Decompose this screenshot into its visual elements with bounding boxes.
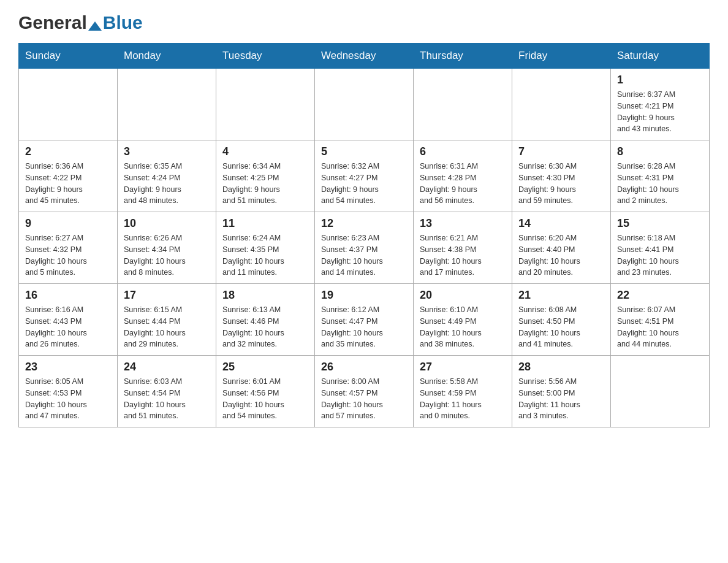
day-cell: 20Sunrise: 6:10 AM Sunset: 4:49 PM Dayli…	[414, 284, 512, 356]
week-row-4: 16Sunrise: 6:16 AM Sunset: 4:43 PM Dayli…	[19, 284, 710, 356]
day-cell: 26Sunrise: 6:00 AM Sunset: 4:57 PM Dayli…	[315, 356, 414, 427]
day-number: 4	[222, 145, 308, 158]
day-info: Sunrise: 6:13 AM Sunset: 4:46 PM Dayligh…	[222, 304, 308, 350]
weekday-header-tuesday: Tuesday	[216, 44, 315, 69]
weekday-header-sunday: Sunday	[19, 44, 118, 69]
day-number: 5	[321, 145, 407, 158]
day-info: Sunrise: 5:56 AM Sunset: 5:00 PM Dayligh…	[518, 376, 604, 422]
day-number: 20	[420, 289, 506, 302]
day-number: 23	[25, 361, 111, 373]
day-number: 7	[518, 145, 604, 158]
day-info: Sunrise: 6:36 AM Sunset: 4:22 PM Dayligh…	[25, 161, 111, 207]
day-cell: 23Sunrise: 6:05 AM Sunset: 4:53 PM Dayli…	[19, 356, 118, 427]
week-row-2: 2Sunrise: 6:36 AM Sunset: 4:22 PM Daylig…	[19, 140, 710, 212]
day-cell: 6Sunrise: 6:31 AM Sunset: 4:28 PM Daylig…	[414, 140, 512, 212]
day-cell: 9Sunrise: 6:27 AM Sunset: 4:32 PM Daylig…	[19, 212, 118, 284]
day-info: Sunrise: 6:08 AM Sunset: 4:50 PM Dayligh…	[518, 304, 604, 350]
day-cell: 24Sunrise: 6:03 AM Sunset: 4:54 PM Dayli…	[118, 356, 216, 427]
day-cell: 21Sunrise: 6:08 AM Sunset: 4:50 PM Dayli…	[512, 284, 611, 356]
day-cell: 15Sunrise: 6:18 AM Sunset: 4:41 PM Dayli…	[611, 212, 710, 284]
day-number: 21	[518, 289, 604, 302]
day-info: Sunrise: 6:26 AM Sunset: 4:34 PM Dayligh…	[124, 232, 210, 278]
day-info: Sunrise: 6:15 AM Sunset: 4:44 PM Dayligh…	[124, 304, 210, 350]
day-cell: 1Sunrise: 6:37 AM Sunset: 4:21 PM Daylig…	[611, 69, 710, 140]
day-info: Sunrise: 6:27 AM Sunset: 4:32 PM Dayligh…	[25, 232, 111, 278]
day-number: 3	[124, 145, 210, 158]
day-info: Sunrise: 6:20 AM Sunset: 4:40 PM Dayligh…	[518, 232, 604, 278]
day-cell: 19Sunrise: 6:12 AM Sunset: 4:47 PM Dayli…	[315, 284, 414, 356]
logo-general-text: General	[18, 12, 87, 33]
day-cell: 18Sunrise: 6:13 AM Sunset: 4:46 PM Dayli…	[216, 284, 315, 356]
day-info: Sunrise: 6:37 AM Sunset: 4:21 PM Dayligh…	[617, 89, 703, 135]
page-header: General Blue	[18, 12, 710, 31]
day-cell: 10Sunrise: 6:26 AM Sunset: 4:34 PM Dayli…	[118, 212, 216, 284]
day-info: Sunrise: 6:21 AM Sunset: 4:38 PM Dayligh…	[420, 232, 506, 278]
day-cell: 27Sunrise: 5:58 AM Sunset: 4:59 PM Dayli…	[414, 356, 512, 427]
day-info: Sunrise: 6:10 AM Sunset: 4:49 PM Dayligh…	[420, 304, 506, 350]
day-cell: 12Sunrise: 6:23 AM Sunset: 4:37 PM Dayli…	[315, 212, 414, 284]
day-number: 24	[124, 361, 210, 373]
weekday-header-monday: Monday	[118, 44, 216, 69]
day-number: 26	[321, 361, 407, 373]
day-cell	[19, 69, 118, 140]
weekday-header-wednesday: Wednesday	[315, 44, 414, 69]
day-number: 19	[321, 289, 407, 302]
day-number: 25	[222, 361, 308, 373]
day-cell: 3Sunrise: 6:35 AM Sunset: 4:24 PM Daylig…	[118, 140, 216, 212]
day-info: Sunrise: 6:31 AM Sunset: 4:28 PM Dayligh…	[420, 161, 506, 207]
day-number: 6	[420, 145, 506, 158]
day-cell	[512, 69, 611, 140]
day-number: 15	[617, 217, 703, 230]
week-row-1: 1Sunrise: 6:37 AM Sunset: 4:21 PM Daylig…	[19, 69, 710, 140]
day-info: Sunrise: 6:16 AM Sunset: 4:43 PM Dayligh…	[25, 304, 111, 350]
week-row-3: 9Sunrise: 6:27 AM Sunset: 4:32 PM Daylig…	[19, 212, 710, 284]
day-cell: 17Sunrise: 6:15 AM Sunset: 4:44 PM Dayli…	[118, 284, 216, 356]
day-info: Sunrise: 6:35 AM Sunset: 4:24 PM Dayligh…	[124, 161, 210, 207]
day-number: 27	[420, 361, 506, 373]
day-info: Sunrise: 6:03 AM Sunset: 4:54 PM Dayligh…	[124, 376, 210, 422]
day-cell: 25Sunrise: 6:01 AM Sunset: 4:56 PM Dayli…	[216, 356, 315, 427]
day-number: 14	[518, 217, 604, 230]
weekday-header-saturday: Saturday	[611, 44, 710, 69]
day-info: Sunrise: 6:23 AM Sunset: 4:37 PM Dayligh…	[321, 232, 407, 278]
day-number: 16	[25, 289, 111, 302]
day-info: Sunrise: 5:58 AM Sunset: 4:59 PM Dayligh…	[420, 376, 506, 422]
day-cell	[118, 69, 216, 140]
day-info: Sunrise: 6:30 AM Sunset: 4:30 PM Dayligh…	[518, 161, 604, 207]
day-number: 22	[617, 289, 703, 302]
day-cell: 2Sunrise: 6:36 AM Sunset: 4:22 PM Daylig…	[19, 140, 118, 212]
day-number: 1	[617, 74, 703, 86]
logo-blue-text: Blue	[103, 12, 143, 33]
week-row-5: 23Sunrise: 6:05 AM Sunset: 4:53 PM Dayli…	[19, 356, 710, 427]
day-number: 9	[25, 217, 111, 230]
day-cell: 8Sunrise: 6:28 AM Sunset: 4:31 PM Daylig…	[611, 140, 710, 212]
weekday-header-row: SundayMondayTuesdayWednesdayThursdayFrid…	[19, 44, 710, 69]
day-number: 2	[25, 145, 111, 158]
day-number: 13	[420, 217, 506, 230]
day-cell	[315, 69, 414, 140]
day-cell	[611, 356, 710, 427]
day-cell: 11Sunrise: 6:24 AM Sunset: 4:35 PM Dayli…	[216, 212, 315, 284]
day-info: Sunrise: 6:18 AM Sunset: 4:41 PM Dayligh…	[617, 232, 703, 278]
day-cell: 16Sunrise: 6:16 AM Sunset: 4:43 PM Dayli…	[19, 284, 118, 356]
logo: General Blue	[18, 12, 143, 31]
day-cell: 22Sunrise: 6:07 AM Sunset: 4:51 PM Dayli…	[611, 284, 710, 356]
day-number: 12	[321, 217, 407, 230]
day-cell: 13Sunrise: 6:21 AM Sunset: 4:38 PM Dayli…	[414, 212, 512, 284]
day-info: Sunrise: 6:01 AM Sunset: 4:56 PM Dayligh…	[222, 376, 308, 422]
day-cell: 28Sunrise: 5:56 AM Sunset: 5:00 PM Dayli…	[512, 356, 611, 427]
day-cell: 5Sunrise: 6:32 AM Sunset: 4:27 PM Daylig…	[315, 140, 414, 212]
day-cell: 4Sunrise: 6:34 AM Sunset: 4:25 PM Daylig…	[216, 140, 315, 212]
day-number: 18	[222, 289, 308, 302]
calendar-table: SundayMondayTuesdayWednesdayThursdayFrid…	[18, 43, 710, 427]
day-info: Sunrise: 6:00 AM Sunset: 4:57 PM Dayligh…	[321, 376, 407, 422]
day-info: Sunrise: 6:28 AM Sunset: 4:31 PM Dayligh…	[617, 161, 703, 207]
weekday-header-friday: Friday	[512, 44, 611, 69]
day-cell: 7Sunrise: 6:30 AM Sunset: 4:30 PM Daylig…	[512, 140, 611, 212]
day-info: Sunrise: 6:05 AM Sunset: 4:53 PM Dayligh…	[25, 376, 111, 422]
weekday-header-thursday: Thursday	[414, 44, 512, 69]
day-number: 17	[124, 289, 210, 302]
day-info: Sunrise: 6:32 AM Sunset: 4:27 PM Dayligh…	[321, 161, 407, 207]
day-number: 11	[222, 217, 308, 230]
day-number: 10	[124, 217, 210, 230]
